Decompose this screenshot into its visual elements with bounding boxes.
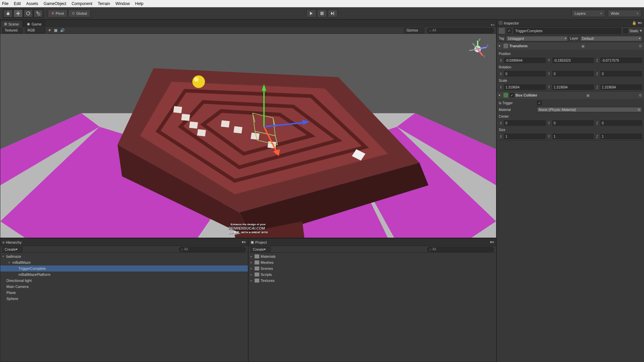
play-button[interactable]: [306, 9, 316, 17]
scale-tool[interactable]: [34, 9, 43, 17]
project-folder[interactable]: ▸Textures: [249, 278, 496, 284]
lock-icon[interactable]: 🔒: [632, 21, 637, 25]
audio-toggle[interactable]: 🔊: [60, 28, 65, 33]
rotation-x[interactable]: 0: [504, 71, 546, 76]
static-dropdown[interactable]: ▾: [640, 28, 642, 33]
rotation-z[interactable]: 0: [600, 71, 642, 76]
svg-rect-4: [322, 12, 323, 15]
svg-rect-3: [321, 12, 322, 15]
component-enabled-checkbox[interactable]: ✓: [509, 93, 514, 98]
panel-menu-icon[interactable]: ▾≡: [490, 240, 494, 244]
layout-dropdown[interactable]: Wide: [608, 10, 641, 17]
light-toggle[interactable]: ☀: [48, 28, 51, 33]
hierarchy-item[interactable]: TriggerComplete: [0, 265, 248, 272]
menu-component[interactable]: Component: [71, 1, 92, 6]
tag-dropdown[interactable]: Untagged: [506, 36, 568, 41]
menu-edit[interactable]: Edit: [14, 1, 21, 6]
center-label: Center: [499, 115, 536, 118]
object-name-field[interactable]: [514, 28, 621, 34]
scale-y[interactable]: 1.319694: [552, 84, 594, 90]
pause-button[interactable]: [317, 9, 327, 17]
fx-toggle[interactable]: ▦: [54, 28, 57, 33]
boxcollider-header[interactable]: ▾ ✓ Box Collider ▣ ⚙: [497, 92, 644, 99]
step-button[interactable]: [328, 9, 338, 17]
project-folder[interactable]: ▸Materials: [249, 253, 496, 259]
gear-icon[interactable]: ⚙: [639, 44, 642, 48]
inspector-icon: ⓘ: [499, 20, 502, 25]
position-z[interactable]: -0.0717579: [600, 58, 642, 63]
menu-file[interactable]: File: [2, 1, 8, 6]
tab-game[interactable]: ◉Game: [23, 20, 45, 27]
menu-terrain[interactable]: Terrain: [98, 1, 110, 6]
scale-x[interactable]: 1.319694: [504, 84, 546, 90]
panel-menu-icon[interactable]: ▾≡: [489, 23, 496, 27]
menu-assets[interactable]: Assets: [26, 1, 38, 6]
shading-dropdown[interactable]: Textured: [2, 28, 22, 33]
gizmos-dropdown[interactable]: Gizmos: [404, 28, 424, 33]
material-field[interactable]: None (Physic Material): [537, 107, 642, 112]
global-toggle[interactable]: ⊙Global: [68, 9, 91, 17]
hierarchy-create[interactable]: Create ▾: [2, 247, 22, 252]
hierarchy-tree: ▾ballmaze▾mBallMazeTriggerCompletemBallM…: [0, 253, 248, 362]
layer-dropdown[interactable]: Default: [580, 36, 642, 41]
gear-icon[interactable]: ⚙: [639, 93, 642, 98]
scene-tabs: ⊞Scene ◉Game ▾≡: [0, 20, 496, 27]
scale-z[interactable]: 1.319694: [600, 84, 642, 90]
render-dropdown[interactable]: RGB: [25, 28, 45, 33]
hierarchy-item[interactable]: ▾ballmaze: [0, 253, 248, 259]
layers-dropdown[interactable]: Layers: [572, 10, 605, 17]
position-label: Position: [499, 52, 536, 56]
svg-rect-25: [221, 120, 229, 127]
istrigger-label: Is Trigger: [499, 101, 536, 105]
hierarchy-item[interactable]: ▾mBallMaze: [0, 259, 248, 265]
hierarchy-item[interactable]: mBallMazePlatform: [0, 272, 248, 278]
transform-header[interactable]: ▾ Transform ▣ ⚙: [497, 42, 644, 50]
size-y[interactable]: 1: [552, 134, 594, 139]
project-folder[interactable]: ▸Scripts: [249, 272, 496, 278]
center-y[interactable]: 0: [552, 120, 594, 126]
hierarchy-item[interactable]: Directional light: [0, 278, 248, 284]
watermark: Enhance the design of your RENRENSUCAI.C…: [228, 223, 268, 234]
position-x[interactable]: -0.0398644: [504, 58, 546, 63]
hierarchy-item[interactable]: Plane: [0, 290, 248, 296]
istrigger-checkbox[interactable]: ✓: [537, 101, 542, 105]
move-tool[interactable]: [13, 9, 23, 17]
hierarchy-item[interactable]: Main Camera: [0, 284, 248, 290]
hierarchy-title: Hierarchy: [6, 240, 21, 244]
hand-tool[interactable]: [3, 9, 13, 17]
help-icon[interactable]: ▣: [586, 93, 590, 98]
orientation-gizmo[interactable]: y z x: [466, 37, 489, 61]
help-icon[interactable]: ▣: [581, 44, 585, 48]
svg-point-31: [194, 77, 199, 81]
panel-menu-icon[interactable]: ▾≡: [242, 240, 246, 244]
rotation-label: Rotation: [499, 65, 536, 69]
active-checkbox[interactable]: ✓: [507, 28, 512, 33]
size-z[interactable]: 1: [600, 134, 642, 139]
scene-viewport[interactable]: y z x Enhance the design of your RENRENS…: [0, 34, 496, 238]
project-folder[interactable]: ▸Meshes: [249, 259, 496, 265]
project-folder[interactable]: ▸Scenes: [249, 265, 496, 272]
project-create[interactable]: Create ▾: [251, 247, 271, 252]
pivot-toggle[interactable]: ⊕Pivot: [48, 9, 67, 17]
game-icon: ◉: [27, 22, 30, 26]
static-checkbox[interactable]: [623, 28, 628, 33]
menu-window[interactable]: Window: [115, 1, 130, 6]
size-x[interactable]: 1: [504, 134, 546, 139]
center-z[interactable]: 0: [600, 120, 642, 126]
project-search[interactable]: All: [427, 247, 494, 252]
tab-scene[interactable]: ⊞Scene: [0, 20, 22, 27]
svg-rect-5: [333, 12, 334, 15]
menu-gameobject[interactable]: GameObject: [44, 1, 66, 6]
scene-search[interactable]: All: [427, 28, 494, 33]
transform-icon: [503, 44, 508, 48]
panel-menu-icon[interactable]: ▾≡: [638, 21, 642, 25]
hierarchy-panel: ≡Hierarchy▾≡ Create ▾ All ▾ballmaze▾mBal…: [0, 238, 248, 362]
hierarchy-item[interactable]: Sphere: [0, 296, 248, 302]
rotation-y[interactable]: 0: [552, 71, 594, 76]
project-tree: ▸Materials▸Meshes▸Scenes▸Scripts▸Texture…: [249, 253, 496, 362]
rotate-tool[interactable]: [23, 9, 33, 17]
center-x[interactable]: 0: [504, 120, 546, 126]
menu-help[interactable]: Help: [135, 1, 144, 6]
hierarchy-search[interactable]: All: [179, 247, 246, 252]
position-y[interactable]: -0.1953323: [552, 58, 594, 63]
